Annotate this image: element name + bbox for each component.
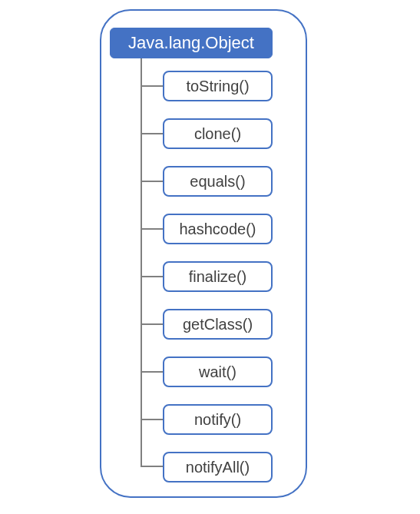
method-label: getClass() — [183, 316, 253, 333]
method-box: notifyAll() — [163, 452, 273, 482]
tree-branch-line — [141, 85, 163, 87]
tree-branch-line — [141, 466, 163, 467]
tree-trunk-line — [141, 58, 142, 466]
method-box: toString() — [163, 71, 273, 101]
method-label: notify() — [194, 411, 241, 429]
method-box: clone() — [163, 118, 273, 149]
method-label: hashcode() — [179, 221, 256, 238]
tree-branch-line — [141, 419, 163, 420]
root-class-box: Java.lang.Object — [110, 28, 273, 58]
method-label: clone() — [194, 125, 241, 143]
method-box: finalize() — [163, 261, 273, 292]
method-label: finalize() — [189, 268, 247, 286]
method-label: equals() — [190, 173, 245, 191]
method-box: getClass() — [163, 309, 273, 340]
tree-branch-line — [141, 181, 163, 182]
tree-branch-line — [141, 276, 163, 277]
root-class-label: Java.lang.Object — [128, 33, 254, 53]
method-label: toString() — [186, 78, 249, 95]
method-label: notifyAll() — [186, 459, 250, 476]
tree-branch-line — [141, 371, 163, 373]
tree-branch-line — [141, 228, 163, 230]
tree-branch-line — [141, 323, 163, 325]
method-box: wait() — [163, 356, 273, 387]
tree-branch-line — [141, 133, 163, 134]
method-box: equals() — [163, 166, 273, 197]
method-box: hashcode() — [163, 214, 273, 244]
method-box: notify() — [163, 404, 273, 435]
method-label: wait() — [199, 363, 236, 381]
